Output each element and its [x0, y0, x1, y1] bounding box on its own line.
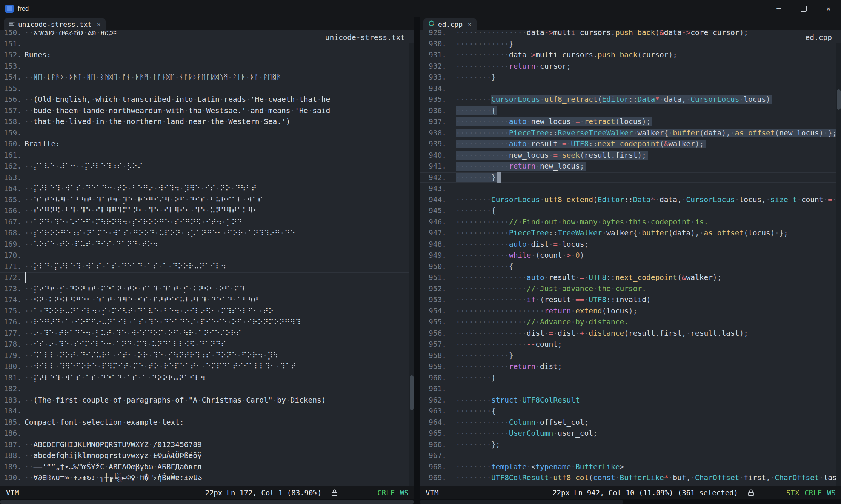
line-number[interactable]: 166.: [0, 205, 22, 217]
code-line[interactable]: 153.: [0, 61, 414, 72]
line-number[interactable]: 159.: [0, 128, 22, 139]
line-number[interactable]: 961.: [420, 383, 446, 395]
code-line[interactable]: 164.··⡍⠜⠇⠑⠹·⠺⠁⠎·⠙⠑⠁⠙⠒·⠞⠕·⠃⠑⠛⠔·⠺⠊⠹⠲·⡹⠻⠑·⠊…: [0, 183, 414, 194]
status-flag-crlf[interactable]: CRLF: [377, 489, 395, 497]
line-number[interactable]: 177.: [0, 328, 22, 339]
code-line[interactable]: 178.··⠊⠎·⠔·⠹⠑·⠎⠊⠍⠊⠇⠑⠒·⠁⠝⠙·⠍⠹·⠥⠝⠙⠁⠇⠇⠪⠫·⠙⠁…: [0, 339, 414, 350]
code-line[interactable]: 932.············return·cursor;: [420, 61, 841, 72]
line-number[interactable]: 165.: [0, 194, 22, 206]
line-number[interactable]: 933.: [420, 72, 446, 83]
line-number[interactable]: 939.: [420, 138, 446, 150]
code-line[interactable]: 159.: [0, 128, 414, 139]
line-number[interactable]: 181.: [0, 372, 22, 384]
line-number[interactable]: 956.: [420, 328, 446, 339]
right-editor[interactable]: 929.················data->multi_cursors.…: [420, 30, 841, 486]
code-line[interactable]: 958.············}: [420, 350, 841, 361]
line-number[interactable]: 169.: [0, 239, 22, 250]
code-line[interactable]: 951.················auto·result·=·UTF8::…: [420, 272, 841, 283]
code-line[interactable]: 935.········CursorLocus·utf8_retract(Edi…: [420, 94, 841, 105]
code-line[interactable]: 188.··abcdefghijklmnopqrstuvwxyz·£©µÀÆÖÞ…: [0, 450, 414, 461]
code-line[interactable]: 163.: [0, 172, 414, 183]
code-line[interactable]: 948.············auto·dist·=·locus;: [420, 239, 841, 250]
code-line[interactable]: 187.··ABCDEFGHIJKLMNOPQRSTUVWXYZ·/012345…: [0, 439, 414, 450]
code-line[interactable]: 938.············PieceTree::ReverseTreeWa…: [420, 128, 841, 139]
line-number[interactable]: 953.: [420, 294, 446, 306]
code-line[interactable]: 155.: [0, 83, 414, 94]
line-number[interactable]: 167.: [0, 217, 22, 228]
code-line[interactable]: 940.············new_locus·=·seek(result.…: [420, 150, 841, 161]
line-number[interactable]: 155.: [0, 83, 22, 94]
line-number[interactable]: 929.: [420, 30, 446, 38]
code-line[interactable]: 162.··⡌⠁⠧⠑·⠼⠁⠒··⡍⠜⠇⠑⠹⠰⠎·⡣⠕⠌: [0, 161, 414, 172]
scrollbar-thumb[interactable]: [837, 89, 841, 110]
line-number[interactable]: 966.: [420, 439, 446, 450]
code-line[interactable]: 156.··(Old·English,·which·transcribed·in…: [0, 94, 414, 105]
left-hscroll-thumb[interactable]: [0, 500, 414, 504]
line-number[interactable]: 962.: [420, 395, 446, 406]
line-number[interactable]: 175.: [0, 306, 22, 317]
code-line[interactable]: 936.········{: [420, 105, 841, 117]
line-number[interactable]: 171.: [0, 261, 22, 272]
line-number[interactable]: 178.: [0, 339, 22, 350]
code-line[interactable]: 967.: [420, 450, 841, 461]
code-line[interactable]: 961.: [420, 383, 841, 395]
line-number[interactable]: 968.: [420, 461, 446, 473]
code-line[interactable]: 169.··⠡⠕⠎⠑·⠞⠕·⠏⠥⠞·⠙⠊⠎·⠙⠁⠝⠙·⠞⠕⠲: [0, 239, 414, 250]
code-line[interactable]: 947.············PieceTree::TreeWalker·wa…: [420, 227, 841, 239]
lock-icon[interactable]: [748, 489, 754, 496]
code-line[interactable]: 158.··that·he·lived·in·the·northern·land…: [0, 116, 414, 128]
line-number[interactable]: 180.: [0, 361, 22, 372]
line-number[interactable]: 944.: [420, 194, 446, 206]
line-number[interactable]: 185.: [0, 417, 22, 428]
line-number[interactable]: 164.: [0, 183, 22, 194]
line-number[interactable]: 960.: [420, 372, 446, 384]
code-line[interactable]: 957.················--count;: [420, 339, 841, 350]
code-line[interactable]: 166.··⠎⠊⠛⠝⠫·⠃⠹·⠹⠑·⠊⠇⠻⠛⠹⠍⠁⠝⠂·⠹⠑·⠊⠇⠻⠊⠂·⠹⠑·…: [0, 205, 414, 217]
code-line[interactable]: 949.············while·(count·>·0): [420, 250, 841, 261]
line-number[interactable]: 157.: [0, 105, 22, 117]
line-number[interactable]: 156.: [0, 94, 22, 105]
code-line[interactable]: 190.··∀∂∈ℝ∧∪≡∞·↑↗↨↻⇣·┐┼╔╘░►☺♀·ﬁ�⑀₂ἠḂӥẄɐː…: [0, 472, 414, 484]
maximize-button[interactable]: [791, 0, 816, 17]
code-line[interactable]: 966.········};: [420, 439, 841, 450]
code-line[interactable]: 945.········{: [420, 205, 841, 217]
line-number[interactable]: 937.: [420, 116, 446, 128]
code-line[interactable]: 937.············auto·new_locus·=·retract…: [420, 116, 841, 128]
line-number[interactable]: 151.: [0, 38, 22, 50]
line-number[interactable]: 969.: [420, 472, 446, 484]
line-number[interactable]: 168.: [0, 227, 22, 239]
line-number[interactable]: 949.: [420, 250, 446, 261]
line-number[interactable]: 936.: [420, 105, 446, 117]
line-number[interactable]: 160.: [0, 138, 22, 150]
line-number[interactable]: 183.: [0, 395, 22, 406]
code-line[interactable]: 965.············UserColumn·user_col;: [420, 428, 841, 439]
line-number[interactable]: 182.: [0, 383, 22, 395]
code-line[interactable]: 929.················data->multi_cursors.…: [420, 30, 841, 38]
code-line[interactable]: 933.········}: [420, 72, 841, 83]
line-number[interactable]: 967.: [420, 450, 446, 461]
code-line[interactable]: 157.··bude·thaem·lande·northweardum·with…: [0, 105, 414, 117]
line-number[interactable]: 174.: [0, 294, 22, 306]
code-line[interactable]: 960.········}: [420, 372, 841, 384]
code-line[interactable]: 165.··⠱⠁⠞⠑⠧⠻·⠁⠃⠳⠞·⠹⠁⠞⠲·⡹⠑·⠗⠑⠛⠊⠌⠻·⠕⠋·⠙⠊⠎·…: [0, 194, 414, 206]
line-number[interactable]: 186.: [0, 428, 22, 439]
code-line[interactable]: 168.··⡎⠊⠗⠕⠕⠛⠑⠰⠎·⠝⠁⠍⠑·⠺⠁⠎·⠛⠕⠕⠙·⠥⠏⠕⠝·⠰⡡⠁⠝⠛…: [0, 227, 414, 239]
line-number[interactable]: 958.: [420, 350, 446, 361]
line-number[interactable]: 187.: [0, 439, 22, 450]
line-number[interactable]: 965.: [420, 428, 446, 439]
code-line[interactable]: 934.: [420, 83, 841, 94]
line-number[interactable]: 188.: [0, 450, 22, 461]
line-number[interactable]: 942.: [420, 172, 446, 183]
code-line[interactable]: 969.········UTF8ColResult·utf8_col(const…: [420, 472, 841, 484]
line-number[interactable]: 173.: [0, 283, 22, 295]
code-line[interactable]: 955.················//·Advance·by·distan…: [420, 317, 841, 328]
line-number[interactable]: 935.: [420, 94, 446, 105]
line-number[interactable]: 945.: [420, 205, 446, 217]
line-number[interactable]: 172.: [0, 272, 22, 283]
line-number[interactable]: 930.: [420, 38, 446, 50]
right-hscroll-thumb[interactable]: [420, 500, 623, 504]
code-line[interactable]: 173.··⡍⠔⠙⠖·⡊·⠙⠕⠝⠰⠞·⠍⠑⠁⠝·⠞⠕·⠎⠁⠹·⠹⠁⠞·⡊·⠅⠝⠪…: [0, 283, 414, 295]
lock-icon[interactable]: [331, 489, 338, 496]
line-number[interactable]: 152.: [0, 49, 22, 61]
line-number[interactable]: 931.: [420, 49, 446, 61]
